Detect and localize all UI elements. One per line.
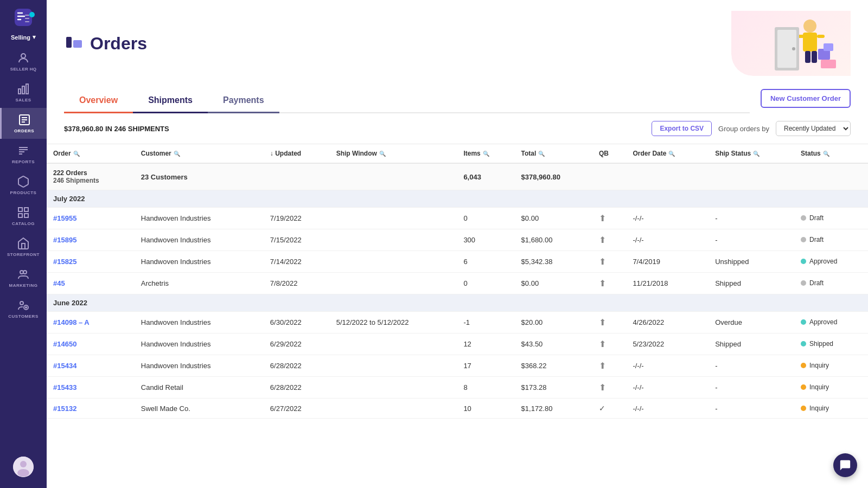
order-link[interactable]: #15132 <box>53 404 76 413</box>
tab-overview[interactable]: Overview <box>64 89 133 113</box>
order-link[interactable]: #14098 – A <box>53 318 90 326</box>
sidebar-item-orders[interactable]: ORDERS <box>0 108 47 139</box>
table-row: #15895 Handwoven Industries 7/15/2022 30… <box>47 229 868 251</box>
upload-icon[interactable]: ⬆ <box>599 235 606 245</box>
upload-icon[interactable]: ⬆ <box>599 214 606 223</box>
ship-window-cell <box>330 355 457 377</box>
table-body: 222 Orders 246 Shipments 23 Customers 6,… <box>47 163 868 419</box>
status-label: Draft <box>809 279 824 287</box>
status-cell: Inquiry <box>794 355 868 377</box>
order-link[interactable]: #15825 <box>53 258 76 266</box>
sidebar-item-catalog[interactable]: CATALOG <box>0 201 47 232</box>
total-cell: $368.22 <box>515 355 592 377</box>
sidebar-selling[interactable]: Selling ▾ <box>0 28 47 46</box>
orders-icon <box>64 33 84 54</box>
upload-icon[interactable]: ⬆ <box>599 257 606 266</box>
svg-rect-24 <box>812 51 817 63</box>
upload-icon[interactable]: ⬆ <box>599 383 606 392</box>
group-orders-label: Group orders by <box>718 125 769 133</box>
svg-rect-17 <box>66 37 72 48</box>
ship-window-cell <box>330 229 457 251</box>
updated-cell: 6/29/2022 <box>264 333 330 355</box>
export-csv-button[interactable]: Export to CSV <box>652 121 712 136</box>
orders-table-container[interactable]: Order 🔍 Customer 🔍 ↓ Updated <box>47 144 868 488</box>
updated-cell: 7/19/2022 <box>264 208 330 229</box>
ship-status-cell: Overdue <box>709 312 794 333</box>
table-row: #15433 Candid Retail 6/28/2022 8 $173.28… <box>47 377 868 399</box>
order-date-cell: -/-/- <box>626 208 709 229</box>
sidebar-item-storefront[interactable]: STOREFRONT <box>0 232 47 262</box>
upload-icon[interactable]: ⬆ <box>599 318 606 327</box>
sidebar-label-storefront: STOREFRONT <box>7 252 40 257</box>
sidebar-logo[interactable] <box>12 7 34 28</box>
svg-point-1 <box>21 54 25 58</box>
ship-window-cell <box>330 251 457 273</box>
svg-point-16 <box>17 469 29 477</box>
new-customer-order-button[interactable]: New Customer Order <box>761 89 851 108</box>
order-link[interactable]: #15955 <box>53 214 76 222</box>
status-dot <box>801 384 806 390</box>
items-cell: 0 <box>457 208 514 229</box>
avatar[interactable] <box>13 457 34 477</box>
upload-icon[interactable]: ⬆ <box>599 339 606 349</box>
table-row: #15434 Handwoven Industries 6/28/2022 17… <box>47 355 868 377</box>
customer-cell: Swell Made Co. <box>135 399 264 419</box>
status-cell: Shipped <box>794 333 868 355</box>
status-label: Draft <box>809 214 824 222</box>
upload-icon[interactable]: ⬆ <box>599 361 606 370</box>
svg-rect-26 <box>824 43 833 51</box>
qb-cell: ⬆ <box>592 208 627 229</box>
customer-cell: Archetris <box>135 273 264 294</box>
status-search-icon[interactable]: 🔍 <box>823 151 829 157</box>
order-link[interactable]: #15433 <box>53 383 76 391</box>
status-label: Inquiry <box>809 404 829 412</box>
table-group-header: July 2022 <box>47 190 868 208</box>
tab-shipments[interactable]: Shipments <box>133 89 208 113</box>
order-search-icon[interactable]: 🔍 <box>73 151 80 157</box>
table-row: #45 Archetris 7/8/2022 0 $0.00 ⬆ 11/21/2… <box>47 273 868 294</box>
order-link[interactable]: #15434 <box>53 362 76 370</box>
ship-status-search-icon[interactable]: 🔍 <box>753 151 760 157</box>
customer-search-icon[interactable]: 🔍 <box>174 151 180 157</box>
order-date-search-icon[interactable]: 🔍 <box>668 151 675 157</box>
total-search-icon[interactable]: 🔍 <box>538 151 545 157</box>
updated-cell: 7/14/2022 <box>264 251 330 273</box>
ship-status-cell: Unshipped <box>709 251 794 273</box>
sidebar-item-sales[interactable]: SALES <box>0 77 47 108</box>
table-header-row: Order 🔍 Customer 🔍 ↓ Updated <box>47 144 868 163</box>
items-search-icon[interactable]: 🔍 <box>483 151 489 157</box>
status-label: Approved <box>809 258 837 265</box>
qb-cell: ⬆ <box>592 355 627 377</box>
chat-widget[interactable] <box>833 453 857 477</box>
sidebar-label-sales: SALES <box>15 98 31 102</box>
col-order: Order 🔍 <box>47 144 135 163</box>
svg-point-30 <box>792 47 795 50</box>
status-dot <box>801 319 806 325</box>
customer-cell: Handwoven Industries <box>135 312 264 333</box>
sidebar-item-marketing[interactable]: MARKETING <box>0 262 47 293</box>
svg-point-12 <box>20 301 23 305</box>
sidebar-item-customers[interactable]: CUSTOMERS <box>0 293 47 324</box>
sidebar-item-reports[interactable]: REPORTS <box>0 139 47 170</box>
status-label: Inquiry <box>809 383 829 391</box>
updated-cell: 7/8/2022 <box>264 273 330 294</box>
sidebar-item-seller-hq[interactable]: SELLER HQ <box>0 46 47 77</box>
order-link[interactable]: #45 <box>53 279 65 287</box>
items-cell: 300 <box>457 229 514 251</box>
order-link[interactable]: #15895 <box>53 236 76 244</box>
order-date-cell: -/-/- <box>626 229 709 251</box>
summary-text: $378,960.80 IN 246 SHIPMENTS <box>64 125 645 133</box>
orders-table: Order 🔍 Customer 🔍 ↓ Updated <box>47 144 868 419</box>
svg-point-19 <box>803 20 816 33</box>
customer-cell: Handwoven Industries <box>135 208 264 229</box>
sidebar-item-products[interactable]: PRODUCTS <box>0 170 47 201</box>
ship-window-search-icon[interactable]: 🔍 <box>379 151 386 157</box>
ship-status-cell: - <box>709 229 794 251</box>
upload-icon[interactable]: ⬆ <box>599 279 606 288</box>
tab-payments[interactable]: Payments <box>208 89 279 113</box>
order-link[interactable]: #14650 <box>53 340 76 348</box>
col-items: Items 🔍 <box>457 144 514 163</box>
chevron-down-icon: ▾ <box>33 34 36 41</box>
ship-window-cell <box>330 399 457 419</box>
group-orders-select[interactable]: Recently Updated <box>776 121 851 136</box>
